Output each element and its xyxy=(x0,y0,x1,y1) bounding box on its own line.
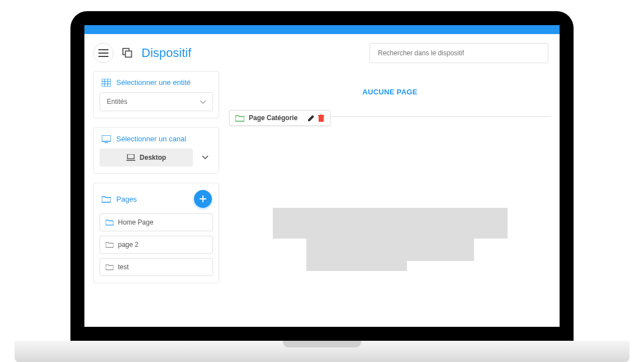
channel-chip[interactable]: Desktop xyxy=(100,149,193,166)
placeholder-block-row xyxy=(306,239,474,271)
page-title: Dispositif xyxy=(141,46,191,60)
pages-panel-header: Pages xyxy=(94,183,219,213)
svg-rect-5 xyxy=(102,79,111,87)
folder-icon xyxy=(106,219,113,226)
laptop-base xyxy=(15,341,629,362)
svg-rect-1 xyxy=(98,53,108,54)
category-chip-label: Page Catégorie xyxy=(249,114,297,122)
svg-rect-12 xyxy=(127,154,134,159)
laptop-bezel: Dispositif S xyxy=(70,11,574,341)
pages-panel: Pages Home Page xyxy=(93,183,219,283)
chevron-down-icon xyxy=(202,155,209,160)
entity-panel: Sélectionner une entité Entités xyxy=(93,71,219,118)
grid-icon xyxy=(102,79,111,87)
monitor-icon xyxy=(102,135,111,143)
page-item[interactable]: Home Page xyxy=(100,213,213,231)
page-item-label: Home Page xyxy=(118,218,153,226)
svg-rect-10 xyxy=(102,135,111,141)
channel-dropdown-toggle[interactable] xyxy=(197,155,213,160)
page-list: Home Page page 2 test xyxy=(94,213,219,283)
empty-placeholder-graphic xyxy=(273,208,508,271)
laptop-icon xyxy=(126,154,135,161)
channel-title-text: Sélectionner un canal xyxy=(116,135,186,143)
chip-actions xyxy=(307,115,324,122)
svg-rect-2 xyxy=(98,56,108,57)
laptop-notch xyxy=(283,341,361,347)
laptop-frame: Dispositif S xyxy=(15,11,629,362)
folder-icon xyxy=(235,115,244,122)
add-page-button[interactable] xyxy=(194,190,212,208)
svg-rect-0 xyxy=(98,49,108,50)
entity-select-placeholder: Entités xyxy=(107,98,127,106)
content-area: Sélectionner une entité Entités xyxy=(84,71,560,283)
page-item[interactable]: page 2 xyxy=(100,236,213,254)
placeholder-block xyxy=(306,239,407,271)
svg-rect-16 xyxy=(319,116,324,122)
svg-rect-4 xyxy=(125,51,131,57)
edit-icon[interactable] xyxy=(307,115,315,122)
svg-rect-18 xyxy=(320,115,323,116)
app-window: Dispositif S xyxy=(84,25,560,327)
copy-icon xyxy=(121,47,134,59)
entity-select[interactable]: Entités xyxy=(100,92,213,111)
folder-icon xyxy=(102,196,111,203)
placeholder-block xyxy=(273,208,508,239)
page-item-label: page 2 xyxy=(118,241,139,249)
channel-panel-title: Sélectionner un canal xyxy=(94,128,219,149)
folder-icon xyxy=(106,264,113,270)
entity-title-text: Sélectionner une entité xyxy=(116,78,191,87)
top-accent-bar xyxy=(84,25,560,34)
channel-panel: Sélectionner un canal Desktop xyxy=(93,127,219,174)
hamburger-icon xyxy=(98,49,108,57)
delete-icon[interactable] xyxy=(318,115,324,122)
placeholder-block xyxy=(407,239,474,261)
folder-icon xyxy=(106,241,113,248)
main-canvas: AUCUNE PAGE Page Catégorie xyxy=(229,71,551,283)
header: Dispositif xyxy=(84,34,560,71)
channel-chip-label: Desktop xyxy=(140,154,166,161)
entity-panel-title: Sélectionner une entité xyxy=(94,72,219,92)
sidebar: Sélectionner une entité Entités xyxy=(93,71,219,283)
pages-title-text: Pages xyxy=(116,195,137,203)
plus-icon xyxy=(198,194,207,203)
empty-state-label: AUCUNE PAGE xyxy=(229,88,551,96)
caret-down-icon xyxy=(200,98,206,106)
search-input[interactable] xyxy=(370,43,548,63)
menu-button[interactable] xyxy=(93,43,113,63)
page-category-chip[interactable]: Page Catégorie xyxy=(229,110,330,126)
page-item-label: test xyxy=(118,263,129,271)
channel-select-row: Desktop xyxy=(100,149,213,166)
page-item[interactable]: test xyxy=(100,258,213,276)
